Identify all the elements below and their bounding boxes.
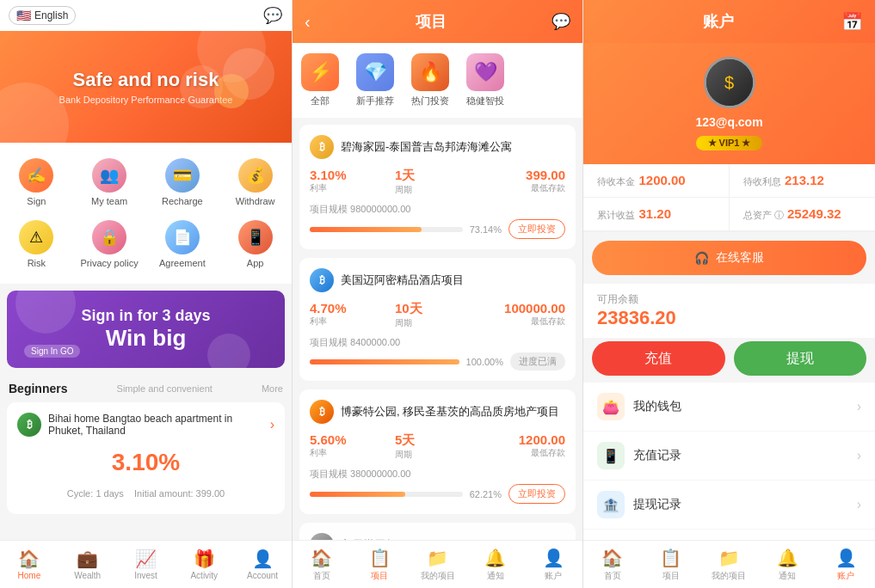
menu-app[interactable]: 📱 App [219, 213, 292, 275]
project1-invest-btn[interactable]: 立即投资 [508, 219, 565, 239]
p2-myprojects-label: 我的项目 [421, 570, 455, 582]
stat-total: 总资产 ⓘ 25249.32 [730, 198, 876, 231]
menu-sign[interactable]: ✍ Sign [0, 151, 73, 213]
menu-privacy[interactable]: 🔒 Privacy policy [73, 213, 146, 275]
promo-badge[interactable]: Sign In GO [24, 345, 80, 358]
cat-new-icon: 💎 [356, 53, 394, 91]
risk-label: Risk [28, 258, 46, 268]
project4-title-row: ₿ 印尼煤层气项目 [310, 533, 565, 540]
p2-nav-home[interactable]: 🏠 首页 [293, 541, 350, 588]
team-icon: 👥 [92, 158, 126, 193]
withdraw-button[interactable]: 提现 [734, 341, 867, 376]
cat-all[interactable]: ⚡ 全部 [301, 53, 339, 107]
cat-smart-icon: 💜 [466, 53, 504, 91]
bottom-nav: 🏠 Home 💼 Wealth 📈 Invest 🎁 Activity 👤 Ac… [0, 540, 292, 588]
stat-total-val: 25249.32 [787, 206, 841, 221]
amount-label: Initial amount [134, 488, 190, 499]
message-icon[interactable]: 💬 [551, 12, 570, 31]
cat-hot[interactable]: 🔥 热门投资 [411, 53, 449, 107]
project-card-1[interactable]: ₿ 碧海家园-泰国普吉岛邦涛海滩公寓 3.10% 利率 1天 周期 399.00… [299, 125, 576, 249]
cat-all-icon: ⚡ [301, 53, 339, 91]
amount-val: 399.00 [196, 488, 225, 499]
featured-project-card[interactable]: ₿ Bihai home Bangtao beach apartment in … [7, 402, 285, 514]
project1-min: 399.00 最低存款 [480, 168, 565, 196]
nav-wealth[interactable]: 💼 Wealth [59, 541, 117, 588]
service-icon: 🎧 [694, 251, 709, 265]
cat-smart[interactable]: 💜 稳健智投 [466, 53, 504, 107]
nav-invest[interactable]: 📈 Invest [117, 541, 176, 588]
project3-min-val: 1200.00 [480, 432, 565, 447]
menu-recharge-record[interactable]: 📱 充值记录 › [583, 432, 875, 481]
language-label: English [34, 9, 68, 21]
chat-icon[interactable]: 💬 [262, 5, 283, 26]
p2-nav-myprojects[interactable]: 📁 我的项目 [409, 541, 466, 588]
p2-nav-account[interactable]: 👤 账户 [525, 541, 582, 588]
stat-interest: 待收利息 213.12 [730, 164, 876, 198]
project1-name: 碧海家园-泰国普吉岛邦涛海滩公寓 [341, 140, 565, 155]
project2-coin: ₿ [310, 268, 334, 292]
nav-activity[interactable]: 🎁 Activity [175, 541, 233, 588]
beginners-more[interactable]: More [262, 383, 283, 394]
menu-withdraw-record[interactable]: 🏦 提现记录 › [583, 481, 875, 530]
menu-wallet[interactable]: 👛 我的钱包 › [583, 383, 875, 432]
p3-nav-notify[interactable]: 🔔 通知 [758, 541, 816, 588]
project-rate-big: 3.10% [112, 449, 180, 476]
p2-nav-projects[interactable]: 📋 项目 [350, 541, 408, 588]
project1-rate: 3.10% 利率 [310, 168, 395, 196]
menu-withdraw[interactable]: 💰 Withdraw [219, 151, 292, 213]
project-card-2[interactable]: ₿ 美国迈阿密精品酒店项目 4.70% 利率 10天 周期 100000.00 … [299, 258, 576, 381]
nav-wealth-label: Wealth [74, 571, 101, 580]
back-button[interactable]: ‹ [305, 12, 311, 32]
withdraw-icon: 💰 [238, 158, 273, 193]
cat-all-label: 全部 [311, 95, 330, 107]
project1-stats: 3.10% 利率 1天 周期 399.00 最低存款 [310, 168, 565, 196]
p3-nav-projects[interactable]: 📋 项目 [642, 541, 700, 588]
promo-line2: Win big [81, 325, 210, 352]
online-service-btn[interactable]: 🎧 在线客服 [592, 241, 866, 275]
project2-stats: 4.70% 利率 10天 周期 100000.00 最低存款 [310, 301, 565, 329]
project2-min-label: 最低存款 [480, 315, 565, 328]
project1-cycle: 1天 周期 [395, 168, 480, 196]
recharge-record-arrow: › [857, 448, 861, 463]
project2-pct: 100.00% [466, 357, 503, 367]
project-card-3[interactable]: ₿ 博豪特公园, 移民圣基茨的高品质房地产项目 5.60% 利率 5天 周期 1… [299, 389, 576, 514]
p3-nav-myprojects[interactable]: 📁 我的项目 [700, 541, 759, 588]
vip-badge: ★ VIP1 ★ [696, 136, 763, 150]
recharge-button[interactable]: 充值 [592, 341, 725, 376]
menu-agreement[interactable]: 📄 Agreement [146, 213, 219, 275]
panel3-header: 账户 📅 [583, 0, 875, 43]
p2-account-icon: 👤 [543, 548, 564, 568]
invest-icon: 📈 [135, 548, 157, 569]
p2-nav-notify[interactable]: 🔔 通知 [466, 541, 524, 588]
cat-new[interactable]: 💎 新手推荐 [356, 53, 394, 107]
beginners-sub: Simple and convenient [117, 383, 213, 394]
project-cycle-info: Cycle: 1 days Initial amount: 399.00 [17, 488, 274, 499]
project-name: Bihai home Bangtao beach apartment in Ph… [48, 413, 263, 437]
menu-my-team[interactable]: 👥 My team [73, 151, 146, 213]
project1-title-row: ₿ 碧海家园-泰国普吉岛邦涛海滩公寓 [310, 135, 565, 159]
nav-account[interactable]: 👤 Account [233, 541, 292, 588]
menu-my-team[interactable]: 👥 我的团队 › [583, 530, 875, 540]
nav-home[interactable]: 🏠 Home [0, 541, 59, 588]
menu-recharge[interactable]: 💳 Recharge [146, 151, 219, 213]
p3-nav-account[interactable]: 👤 账户 [816, 541, 875, 588]
project-card-4[interactable]: ₿ 印尼煤层气项目 [299, 523, 576, 540]
hero-banner: Safe and no risk Bank Depository Perform… [0, 31, 292, 143]
cat-smart-label: 稳健智投 [466, 95, 504, 107]
action-buttons: 充值 提现 [583, 341, 875, 376]
calendar-icon[interactable]: 📅 [841, 11, 863, 32]
project1-pct: 73.14% [470, 224, 502, 235]
project3-min-label: 最低存款 [480, 447, 565, 459]
project-coin-icon: ₿ [17, 413, 41, 437]
menu-risk[interactable]: ⚠ Risk [0, 213, 73, 275]
project2-rate: 4.70% 利率 [310, 301, 395, 329]
p3-nav-home[interactable]: 🏠 首页 [583, 541, 642, 588]
stat-interest-label: 待收利息 [743, 176, 781, 187]
vip-label: VIP1 [719, 138, 740, 148]
agreement-label: Agreement [159, 258, 206, 268]
project3-invest-btn[interactable]: 立即投资 [508, 484, 565, 504]
stat-interest-val: 213.12 [785, 173, 824, 187]
p3-projects-label: 项目 [662, 570, 680, 582]
language-button[interactable]: 🇺🇸 English [9, 6, 76, 25]
nav-account-label: Account [247, 571, 278, 580]
